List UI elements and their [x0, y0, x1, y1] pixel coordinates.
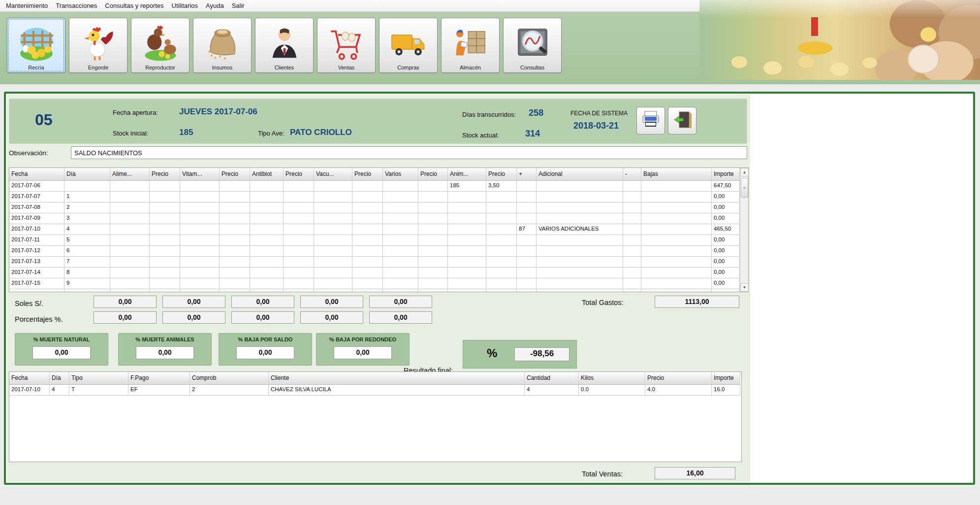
grid-cell[interactable]: [150, 268, 180, 278]
grid-cell[interactable]: [383, 257, 418, 268]
grid-cell[interactable]: 2017-07-07: [9, 192, 64, 202]
grid-cell[interactable]: [486, 246, 517, 257]
grid-cell[interactable]: [284, 257, 314, 268]
column-header[interactable]: Importe: [712, 168, 740, 181]
grid-cell[interactable]: [220, 213, 250, 224]
column-header[interactable]: Precio: [645, 372, 712, 385]
grid-cell[interactable]: 6: [64, 246, 110, 257]
column-header[interactable]: Vitam...: [180, 168, 220, 181]
grid-cell[interactable]: [180, 224, 220, 235]
grid-cell[interactable]: [150, 224, 180, 235]
grid-cell[interactable]: 2017-07-09: [9, 213, 64, 224]
grid-cell[interactable]: 0,00: [712, 268, 740, 278]
grid-cell[interactable]: 4.0: [645, 385, 712, 396]
grid-cell[interactable]: [623, 257, 641, 268]
grid-cell[interactable]: [314, 257, 352, 268]
table-row[interactable]: [9, 289, 748, 292]
grid-cell[interactable]: [418, 192, 448, 202]
grid-cell[interactable]: [314, 278, 352, 289]
column-header[interactable]: Tipo: [69, 372, 128, 385]
grid-cell[interactable]: [517, 246, 537, 257]
menu-item-ayuda[interactable]: Ayuda: [202, 0, 228, 11]
grid-cell[interactable]: [383, 235, 418, 246]
column-header[interactable]: Fecha: [9, 168, 64, 181]
grid-cell[interactable]: [383, 246, 418, 257]
grid-cell[interactable]: 0,00: [712, 213, 740, 224]
toolbar-button-compras[interactable]: Compras: [379, 18, 438, 73]
grid-cell[interactable]: [352, 289, 383, 292]
grid-cell[interactable]: 2017-07-08: [9, 202, 64, 213]
grid-cell[interactable]: 1: [64, 192, 110, 202]
grid-cell[interactable]: 465,50: [712, 224, 740, 235]
grid-cell[interactable]: [418, 278, 448, 289]
grid-cell[interactable]: [383, 192, 418, 202]
column-header[interactable]: Antibiot: [250, 168, 284, 181]
grid-cell[interactable]: [180, 246, 220, 257]
grid-cell[interactable]: [517, 268, 537, 278]
grid-cell[interactable]: [250, 268, 284, 278]
grid-cell[interactable]: [623, 181, 641, 192]
observacion-input[interactable]: [71, 146, 747, 159]
grid-cell[interactable]: [110, 278, 150, 289]
column-header[interactable]: F.Pago: [128, 372, 190, 385]
grid-cell[interactable]: [110, 246, 150, 257]
grid-cell[interactable]: CHAVEZ SILVA LUCILA: [269, 385, 525, 396]
grid-cell[interactable]: 5: [64, 235, 110, 246]
column-header[interactable]: Precio: [352, 168, 383, 181]
column-header[interactable]: Precio: [220, 168, 250, 181]
column-header[interactable]: Vacu...: [314, 168, 352, 181]
grid-cell[interactable]: 16.0: [712, 385, 740, 396]
grid-cell[interactable]: [110, 268, 150, 278]
grid-cell[interactable]: [448, 213, 486, 224]
toolbar-button-almacen[interactable]: Almacén: [441, 18, 500, 73]
grid-cell[interactable]: 7: [64, 257, 110, 268]
print-button[interactable]: [636, 107, 665, 135]
table-row[interactable]: 2017-07-0710,00: [9, 192, 748, 202]
column-header[interactable]: Varios: [383, 168, 418, 181]
grid-cell[interactable]: [284, 289, 314, 292]
grid-cell[interactable]: [220, 235, 250, 246]
grid-cell[interactable]: [517, 289, 537, 292]
grid-cell[interactable]: [448, 268, 486, 278]
grid-cell[interactable]: [383, 268, 418, 278]
grid-cell[interactable]: [418, 224, 448, 235]
menu-item-consultas-y-reportes[interactable]: Consultas y reportes: [101, 0, 167, 11]
grid-cell[interactable]: [623, 289, 641, 292]
grid-cell[interactable]: 87: [517, 224, 537, 235]
grid-cell[interactable]: 2: [64, 202, 110, 213]
grid-cell[interactable]: [220, 181, 250, 192]
grid-cell[interactable]: [537, 235, 623, 246]
grid-cell[interactable]: [150, 246, 180, 257]
grid-cell[interactable]: [537, 181, 623, 192]
grid-cell[interactable]: [314, 192, 352, 202]
grid-cell[interactable]: [352, 213, 383, 224]
column-header[interactable]: Alime...: [110, 168, 150, 181]
grid-cell[interactable]: [220, 202, 250, 213]
grid-cell[interactable]: [314, 181, 352, 192]
grid-cell[interactable]: 185: [448, 181, 486, 192]
menu-item-mantenimiento[interactable]: Mantenimiento: [2, 0, 52, 11]
grid-cell[interactable]: [284, 246, 314, 257]
grid-cell[interactable]: [284, 224, 314, 235]
grid-cell[interactable]: [352, 202, 383, 213]
grid-cell[interactable]: 2017-07-14: [9, 268, 64, 278]
toolbar-button-recria[interactable]: Recría: [7, 18, 65, 73]
grid-cell[interactable]: [418, 257, 448, 268]
grid-cell[interactable]: [352, 192, 383, 202]
grid-cell[interactable]: [448, 235, 486, 246]
grid-cell[interactable]: [517, 278, 537, 289]
grid-cell[interactable]: 4: [50, 385, 69, 396]
grid-cell[interactable]: [150, 257, 180, 268]
grid-cell[interactable]: [314, 289, 352, 292]
grid-cell[interactable]: 4: [64, 224, 110, 235]
grid-cell[interactable]: 0,00: [712, 192, 740, 202]
grid-cell[interactable]: [180, 181, 220, 192]
grid-cell[interactable]: [641, 181, 712, 192]
grid-cell[interactable]: [537, 257, 623, 268]
grid-cell[interactable]: [314, 224, 352, 235]
grid-cell[interactable]: [250, 224, 284, 235]
grid-cell[interactable]: [150, 213, 180, 224]
grid-cell[interactable]: [180, 202, 220, 213]
grid-cell[interactable]: [383, 278, 418, 289]
grid-cell[interactable]: [250, 192, 284, 202]
